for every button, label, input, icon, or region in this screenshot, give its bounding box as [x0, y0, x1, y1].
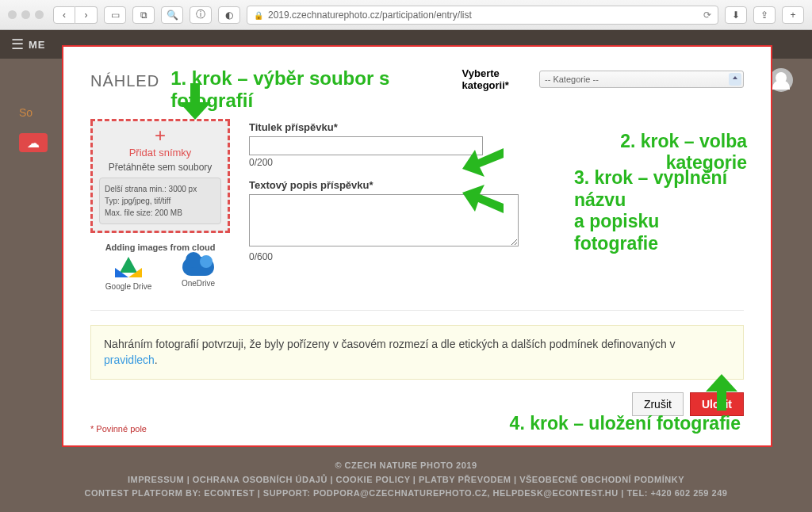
zoom-icon[interactable]: 🔍 [161, 6, 183, 24]
required-text: Povinné pole [96, 424, 147, 434]
entry-upload-modal: NÁHLED 1. krok – výběr soubor s fotograf… [62, 45, 772, 447]
footer-links[interactable]: IMPRESSUM | OCHRANA OSOBNÍCH ÚDAJŮ | COO… [16, 473, 796, 487]
reload-icon[interactable]: ⟳ [703, 10, 711, 21]
site-footer: © CZECH NATURE PHOTO 2019 IMPRESSUM | OC… [0, 453, 812, 512]
sidebar-toggle-icon[interactable]: ▭ [104, 6, 126, 24]
bg-so-label: So [19, 106, 60, 122]
arrow-step1-icon [179, 83, 211, 121]
category-label: Vyberte kategorii* [462, 67, 534, 91]
reader-icon[interactable]: ◐ [218, 6, 240, 24]
window-controls [8, 10, 44, 19]
description-counter: 0/600 [249, 251, 519, 262]
user-avatar[interactable] [769, 68, 793, 92]
step3-line1: 3. krok – vyplnění názvu [574, 167, 727, 210]
info-icon[interactable]: ⓘ [190, 6, 212, 24]
step4-annotation: 4. krok – uložení fotografie [510, 413, 741, 434]
title-input[interactable] [249, 136, 483, 155]
step3-annotation: 3. krok – vyplnění názvu a popisku fotog… [574, 167, 744, 254]
google-drive-label: Google Drive [105, 282, 151, 291]
minimize-window-icon[interactable] [21, 10, 30, 19]
browser-toolbar: ‹ › ▭ ⧉ 🔍 ⓘ ◐ 2019.czechnaturephoto.cz/p… [0, 0, 812, 30]
confirm-suffix: . [155, 353, 158, 366]
url-text: 2019.czechnaturephoto.cz/participation/e… [268, 10, 472, 21]
req-type: Typ: jpg/jpeg, tif/tiff [105, 195, 216, 207]
onedrive-label: OneDrive [182, 279, 215, 288]
confirm-text: Nahráním fotografií potvrzuji, že byly p… [104, 338, 676, 350]
category-select[interactable]: -- Kategorie -- [539, 71, 744, 88]
tabs-icon[interactable]: ⧉ [132, 6, 155, 24]
preview-heading: NÁHLED [90, 72, 159, 90]
onedrive-icon [182, 257, 214, 276]
add-file-plus-icon: + [99, 126, 221, 145]
new-tab-icon[interactable]: + [782, 6, 804, 24]
drag-hint: Přetáhněte sem soubory [99, 162, 221, 173]
google-drive-icon [115, 257, 142, 279]
google-drive-button[interactable]: Google Drive [105, 257, 151, 291]
lock-icon [254, 10, 263, 21]
rules-link[interactable]: pravidlech [104, 353, 155, 366]
step1-annotation: 1. krok – výběr soubor s fotografií [170, 67, 462, 112]
footer-copyright: © CZECH NATURE PHOTO 2019 [16, 459, 796, 473]
forward-button[interactable]: › [75, 6, 98, 24]
title-field-label: Titulek příspěvku* [249, 121, 519, 133]
arrow-step4-icon [706, 374, 737, 411]
arrow-step3b-icon [462, 183, 504, 216]
file-drop-zone[interactable]: + Přidat snímky Přetáhněte sem soubory D… [90, 121, 230, 233]
footer-support: CONTEST PLATFORM BY: ECONTEST | SUPPORT:… [16, 487, 796, 501]
hamburger-icon[interactable]: ☰ [11, 36, 24, 53]
req-max-size: Max. file size: 200 MB [105, 207, 216, 219]
cloud-upload-icon[interactable]: ☁ [19, 133, 48, 152]
downloads-icon[interactable]: ⬇ [725, 6, 747, 24]
step3-line2: a popisku fotografie [574, 211, 659, 254]
menu-label: ME [29, 39, 46, 51]
add-images-label: Přidat snímky [99, 147, 221, 159]
upload-requirements: Delší strana min.: 3000 px Typ: jpg/jpeg… [99, 178, 221, 224]
req-min-side: Delší strana min.: 3000 px [105, 183, 216, 195]
upload-confirmation-box: Nahráním fotografií potvrzuji, že byly p… [90, 325, 744, 380]
arrow-step3a-icon [462, 145, 504, 178]
maximize-window-icon[interactable] [35, 10, 44, 19]
back-button[interactable]: ‹ [53, 6, 75, 24]
share-icon[interactable]: ⇪ [753, 6, 776, 24]
nav-back-forward: ‹ › [53, 6, 98, 24]
divider [90, 310, 744, 311]
cloud-upload-title: Adding images from cloud [90, 243, 230, 252]
onedrive-button[interactable]: OneDrive [182, 257, 215, 291]
address-bar[interactable]: 2019.czechnaturephoto.cz/participation/e… [247, 6, 718, 25]
close-window-icon[interactable] [8, 10, 17, 19]
